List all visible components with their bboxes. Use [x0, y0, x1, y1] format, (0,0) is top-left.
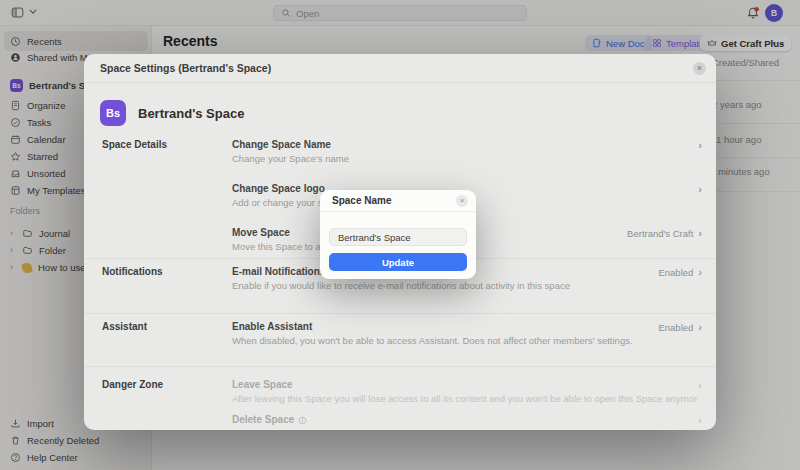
row-change-space-name[interactable]: Change Space Name Change your Space's na…	[232, 138, 702, 165]
row-text: Change Space Name Change your Space's na…	[232, 138, 698, 165]
dialog-header: Space Name	[320, 190, 476, 212]
row-desc: When disabled, you won't be able to acce…	[232, 334, 658, 347]
section-label: Notifications	[102, 265, 232, 292]
space-identity: Bs Bertrand's Space	[100, 100, 700, 126]
space-name-input[interactable]	[329, 228, 467, 246]
section-assistant: Assistant Enable Assistant When disabled…	[84, 320, 716, 347]
row-desc: Change your Space's name	[232, 152, 698, 165]
chevron-right-icon: ›	[698, 227, 702, 239]
space-name-title: Bertrand's Space	[138, 106, 244, 121]
row-text: Enable Assistant When disabled, you won'…	[232, 320, 658, 347]
modal-header: Space Settings (Bertrand's Space)	[84, 54, 716, 83]
row-title: Change Space Name	[232, 138, 698, 152]
row-right: ›	[698, 413, 702, 426]
row-leave-space[interactable]: Leave Space After leaving this Space you…	[232, 378, 702, 405]
chevron-right-icon: ›	[698, 139, 702, 151]
section-label: Space Details	[102, 138, 232, 253]
modal-title: Space Settings (Bertrand's Space)	[100, 62, 271, 74]
chevron-right-icon: ›	[698, 379, 702, 391]
row-right: ›	[698, 182, 702, 195]
chevron-right-icon: ›	[698, 266, 702, 278]
row-title-text: Delete Space	[232, 413, 294, 427]
row-desc: Enable if you would like to receive e-ma…	[232, 279, 658, 292]
section-divider	[84, 313, 716, 314]
row-text: Delete Space After deleting this Space, …	[232, 413, 698, 430]
row-right: ›	[698, 378, 702, 391]
row-value: Bertrand's Craft	[627, 228, 693, 239]
chevron-right-icon: ›	[698, 183, 702, 195]
chevron-right-icon: ›	[698, 414, 702, 426]
row-title: Enable Assistant	[232, 320, 658, 334]
info-icon	[298, 416, 307, 425]
row-title: Delete Space	[232, 413, 698, 427]
chevron-right-icon: ›	[698, 321, 702, 333]
row-desc: After deleting this Space, you will perm…	[232, 427, 698, 430]
space-avatar: Bs	[100, 100, 126, 126]
row-desc: After leaving this Space you will lose a…	[232, 392, 698, 405]
section-label: Danger Zone	[102, 378, 232, 430]
row-right: ›	[698, 138, 702, 151]
row-title: Leave Space	[232, 378, 698, 392]
update-button[interactable]: Update	[329, 253, 467, 271]
row-value: Enabled	[658, 322, 693, 333]
close-icon[interactable]: ×	[456, 195, 468, 207]
section-danger-zone: Danger Zone Leave Space After leaving th…	[84, 378, 716, 430]
row-right: Bertrand's Craft ›	[627, 226, 702, 239]
row-right: Enabled ›	[658, 320, 702, 333]
section-divider	[84, 366, 716, 367]
space-name-dialog: Space Name × Update	[320, 190, 476, 279]
close-icon[interactable]: ×	[693, 62, 706, 75]
row-right: Enabled ›	[658, 265, 702, 278]
row-text: Leave Space After leaving this Space you…	[232, 378, 698, 405]
row-value: Enabled	[658, 267, 693, 278]
row-delete-space[interactable]: Delete Space After deleting this Space, …	[232, 413, 702, 430]
row-enable-assistant[interactable]: Enable Assistant When disabled, you won'…	[232, 320, 702, 347]
dialog-title: Space Name	[332, 195, 391, 206]
section-label: Assistant	[102, 320, 232, 347]
